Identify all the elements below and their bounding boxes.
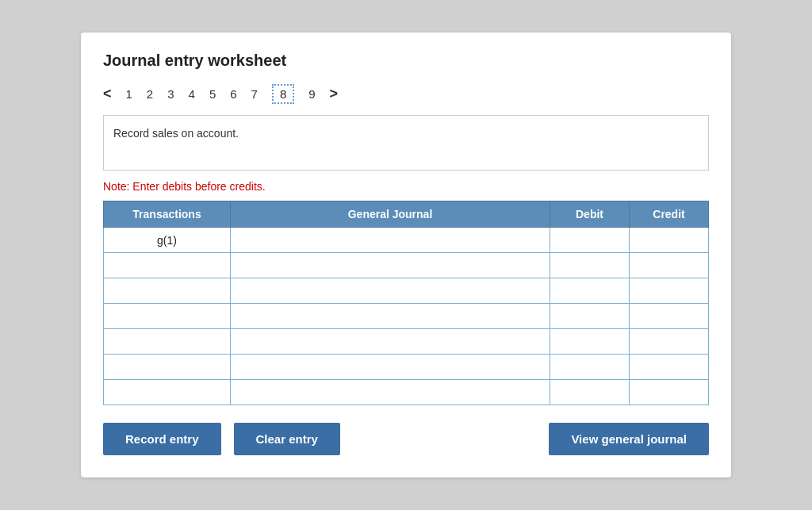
debit-cell[interactable] [550,278,630,304]
journal-cell[interactable] [231,278,550,304]
credit-cell[interactable] [630,329,709,355]
col-general-journal: General Journal [231,201,550,228]
button-bar: Record entry Clear entry View general jo… [103,423,709,455]
transaction-cell[interactable] [104,253,231,278]
debit-cell[interactable] [550,329,630,355]
table-row [104,253,709,278]
table-row [104,329,709,355]
journal-cell[interactable] [231,304,550,329]
credit-cell[interactable] [630,278,709,304]
table-row [104,380,709,405]
journal-table: Transactions General Journal Debit Credi… [103,201,709,405]
description-text: Record sales on account. [113,127,239,140]
debit-cell[interactable] [550,355,630,380]
credit-cell[interactable] [630,380,709,405]
col-debit: Debit [550,201,630,228]
table-row: g(1) [104,228,709,253]
page-title: Journal entry worksheet [103,52,709,70]
debit-cell[interactable] [550,380,630,405]
page-9[interactable]: 9 [308,87,315,101]
credit-cell[interactable] [630,355,709,380]
table-row [104,304,709,329]
debit-cell[interactable] [550,228,630,253]
transaction-cell[interactable] [104,278,231,304]
clear-entry-button[interactable]: Clear entry [234,423,340,455]
col-transactions: Transactions [104,201,231,228]
page-3[interactable]: 3 [167,87,174,101]
pagination: < 1 2 3 4 5 6 7 8 9 > [103,84,709,104]
table-row [104,278,709,304]
credit-cell[interactable] [630,253,709,278]
page-2[interactable]: 2 [147,87,153,101]
journal-cell[interactable] [231,228,550,253]
description-box: Record sales on account. [103,115,709,171]
page-7[interactable]: 7 [251,87,258,101]
note-text: Note: Enter debits before credits. [103,180,709,193]
transaction-cell[interactable] [104,355,231,380]
transaction-cell[interactable]: g(1) [104,228,231,253]
page-1[interactable]: 1 [126,87,132,101]
journal-cell[interactable] [231,380,550,405]
transaction-cell[interactable] [104,380,231,405]
page-5[interactable]: 5 [209,87,216,101]
journal-cell[interactable] [231,329,550,355]
record-entry-button[interactable]: Record entry [103,423,221,455]
table-row [104,355,709,380]
prev-arrow[interactable]: < [103,86,112,102]
debit-cell[interactable] [550,253,630,278]
transaction-cell[interactable] [104,304,231,329]
next-arrow[interactable]: > [330,86,339,102]
transaction-cell[interactable] [104,329,231,355]
credit-cell[interactable] [630,228,709,253]
credit-cell[interactable] [630,304,709,329]
page-6[interactable]: 6 [230,87,236,101]
journal-cell[interactable] [231,355,550,380]
page-4[interactable]: 4 [189,87,195,101]
journal-cell[interactable] [231,253,550,278]
col-credit: Credit [630,201,709,228]
debit-cell[interactable] [550,304,630,329]
view-journal-button[interactable]: View general journal [549,423,709,455]
worksheet-card: Journal entry worksheet < 1 2 3 4 5 6 7 … [81,33,731,477]
page-8[interactable]: 8 [272,84,294,104]
